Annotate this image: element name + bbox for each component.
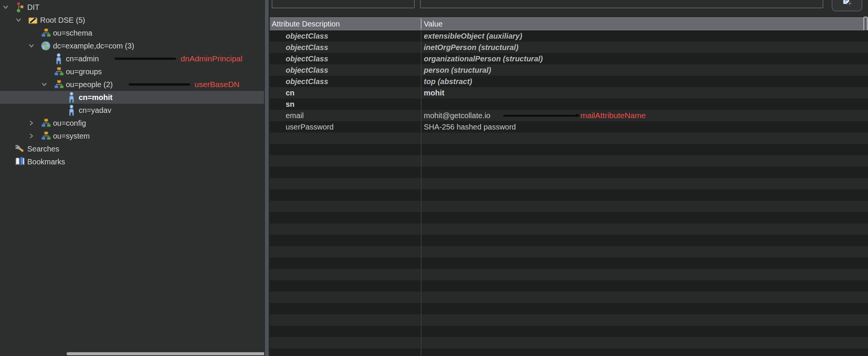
tree-item-dit[interactable]: DIT [0,1,264,14]
attribute-row-objectClass[interactable]: objectClassextensibleObject (auxiliary) [270,30,868,42]
attribute-row-userPassword[interactable]: userPasswordSHA-256 hashed password [270,121,868,133]
value-cell: mohit [424,89,444,97]
column-header-attribute-description[interactable]: Attribute Description [272,18,340,30]
attribute-row-cn[interactable]: cnmohit [270,87,868,98]
attribute-row-objectClass[interactable]: objectClasstop (abstract) [270,76,868,87]
tree-item-cn-mohit[interactable]: cn=mohit [0,91,264,104]
entry-editor-settings-button[interactable] [832,0,862,11]
chevron-down-icon[interactable] [2,1,14,14]
tree-item-label: ou=groups [66,67,102,76]
column-divider[interactable] [421,19,422,29]
value-cell: person (structural) [424,66,491,75]
attribute-row-email[interactable]: emailmohit@getcollate.iomailAttributeNam… [270,110,868,121]
tree-item-label: ou=people (2) [66,80,113,89]
value-text: mohit@getcollate.io [424,111,490,120]
empty-row [270,235,868,246]
entry-editor-panel: Attribute Description Value objectClasse… [270,0,868,356]
empty-row [270,189,868,201]
value-cell: mohit@getcollate.iomailAttributeName [424,111,646,120]
panel-sash[interactable] [264,0,270,356]
value-cell: extensibleObject (auxiliary) [424,32,522,41]
chevron-placeholder [27,27,40,39]
empty-row [270,133,868,144]
chevron-placeholder [40,52,53,65]
tree-item-cn-yadav[interactable]: cn=yadav [0,104,264,117]
table-vertical-scrollbar[interactable] [863,17,868,31]
chevron-down-icon[interactable] [14,14,27,27]
value-text: person (structural) [424,66,491,75]
tree-item-ou-groups[interactable]: ou=groups [0,65,264,78]
empty-row [270,212,868,223]
chevron-placeholder [53,104,66,117]
value-cell: organizationalPerson (structural) [424,55,543,63]
tree-item-bookmarks[interactable]: Bookmarks [0,155,264,168]
chevron-placeholder [53,91,66,104]
chevron-placeholder [40,65,53,78]
folder-edit-icon [27,14,39,26]
empty-row [270,178,868,189]
tree-item-label: cn=mohit [79,93,112,102]
tree-item-ou-system[interactable]: ou=system [0,130,264,142]
empty-row [270,337,868,348]
empty-row [270,167,868,178]
value-cell: inetOrgPerson (structural) [424,43,518,52]
empty-row [270,348,868,356]
tree-item-ou-people-2-[interactable]: ou=people (2)userBaseDN [0,78,264,91]
chevron-down-icon[interactable] [40,78,53,91]
tree-item-label: Searches [27,145,59,153]
empty-row [270,314,868,326]
tree-item-label: DIT [27,3,39,12]
tree-item-cn-admin[interactable]: cn=admindnAdminPrincipal [0,52,264,65]
value-text: SHA-256 hashed password [424,123,516,131]
dit-icon [14,1,26,13]
table-header: Attribute Description Value [270,17,868,30]
value-cell: SHA-256 hashed password [424,123,516,131]
attribute-filter-input[interactable] [272,0,415,8]
tree-item-searches[interactable]: Searches [0,142,264,155]
person-icon [66,91,77,103]
attribute-description-cell: sn [286,100,294,109]
annotation-label: userBaseDN [194,80,240,89]
chevron-down-icon[interactable] [27,39,40,52]
tree-item-root-dse-5-[interactable]: Root DSE (5) [0,14,264,27]
value-cell: top (abstract) [424,77,472,86]
value-text: extensibleObject (auxiliary) [424,32,522,41]
attribute-row-objectClass[interactable]: objectClassperson (structural) [270,64,868,76]
tree-item-dc-example-dc-com-3-[interactable]: dc=example,dc=com (3) [0,39,264,52]
attribute-row-objectClass[interactable]: objectClassinetOrgPerson (structural) [270,42,868,53]
org-unit-icon [40,130,51,142]
annotation-label: dnAdminPrincipal [180,54,242,63]
searches-icon [14,143,26,155]
chevron-placeholder [2,142,14,155]
tree-item-label: ou=schema [53,29,92,37]
empty-row [270,144,868,155]
value-text: organizationalPerson (structural) [424,55,543,63]
column-header-value[interactable]: Value [424,18,443,30]
empty-row [270,280,868,292]
tree-item-label: ou=config [53,119,86,128]
attribute-row-sn[interactable]: sn [270,98,868,110]
tree-horizontal-scrollbar[interactable] [67,352,265,355]
empty-row [270,223,868,235]
tree-item-label: cn=yadav [79,106,111,115]
empty-row [270,326,868,337]
attribute-description-cell: objectClass [286,77,328,86]
attribute-description-cell: email [286,111,304,120]
value-filter-input[interactable] [420,0,823,8]
org-unit-icon [53,78,64,91]
tree-item-ou-schema[interactable]: ou=schema [0,27,264,39]
value-text: mohit [424,89,444,97]
globe-icon [40,40,51,52]
chevron-right-icon[interactable] [27,130,40,142]
tree-item-ou-config[interactable]: ou=config [0,117,264,130]
bookmarks-icon [14,156,26,168]
chevron-right-icon[interactable] [27,117,40,130]
attribute-row-objectClass[interactable]: objectClassorganizationalPerson (structu… [270,53,868,64]
browser-tree-panel: DITRoot DSE (5)ou=schemadc=example,dc=co… [0,0,264,356]
tree-item-label: Bookmarks [27,158,65,166]
empty-row [270,303,868,314]
empty-row [270,201,868,212]
org-unit-icon [40,117,51,129]
tree-item-label: dc=example,dc=com (3) [53,42,134,50]
attribute-description-cell: objectClass [286,66,328,75]
